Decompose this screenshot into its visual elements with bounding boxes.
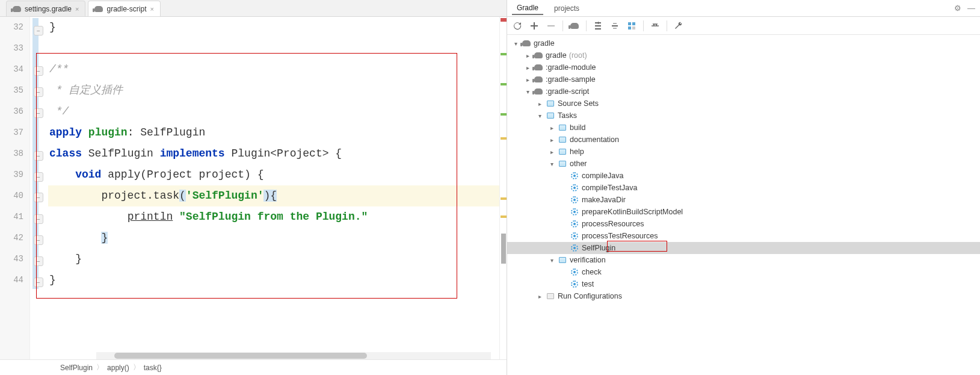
line-number: 42 (0, 228, 23, 249)
close-icon[interactable]: × (150, 5, 154, 13)
svg-rect-4 (632, 26, 635, 29)
tab-gradle[interactable]: Gradle (512, 2, 543, 15)
gradle-tree[interactable]: ▾gradle▸gradle (root)▸:gradle-module▸:gr… (507, 35, 980, 375)
tree-node[interactable]: ▸gradle (root) (507, 49, 980, 61)
tree-node[interactable]: ▸check (507, 266, 980, 278)
tree-node-label: compileTestJava (582, 184, 637, 192)
chevron-right-icon[interactable]: ▸ (524, 52, 531, 59)
line-number: 34 (0, 59, 23, 80)
tree-node-label: processResources (582, 220, 644, 228)
add-icon[interactable] (529, 20, 540, 31)
folder-icon (558, 257, 567, 263)
tree-node[interactable]: ▸:gradle-sample (507, 73, 980, 85)
tasks-icon[interactable] (626, 20, 637, 31)
refresh-icon[interactable] (512, 20, 523, 31)
editor-tab-1[interactable]: gradle-script× (88, 1, 160, 16)
folder-icon (546, 293, 555, 299)
tree-node[interactable]: ▾other (507, 158, 980, 170)
remove-icon[interactable] (546, 20, 556, 31)
horizontal-scrollbar-thumb[interactable] (114, 353, 367, 359)
editor-marker-strip[interactable] (499, 17, 507, 359)
chevron-right-icon[interactable]: ▸ (524, 76, 531, 83)
chevron-right-icon[interactable]: ▸ (548, 125, 555, 131)
breadcrumb-item[interactable]: apply() (107, 364, 129, 372)
tree-node[interactable]: ▸help (507, 146, 980, 158)
annotation-box (36, 53, 457, 299)
tree-node-label: Source Sets (558, 99, 599, 108)
tree-node[interactable]: ▸documentation (507, 134, 980, 146)
settings-icon[interactable]: ⚙ (954, 4, 961, 13)
tree-node-label: gradle (534, 39, 555, 48)
gear-icon (570, 220, 579, 228)
wrench-icon[interactable] (673, 20, 684, 31)
collapse-all-icon[interactable] (609, 20, 620, 31)
tree-node-label: help (570, 147, 584, 156)
minimize-icon[interactable]: — (967, 4, 975, 13)
tab-projects[interactable]: projects (549, 2, 584, 15)
folder-icon (546, 113, 555, 119)
tree-node[interactable]: ▸Source Sets (507, 98, 980, 110)
breadcrumb-item[interactable]: SelfPlugin (60, 364, 93, 372)
tree-node[interactable]: ▾Tasks (507, 110, 980, 122)
chevron-right-icon[interactable]: ▸ (548, 137, 555, 143)
elephant-icon (522, 40, 531, 46)
chevron-icon: 〉 (133, 362, 140, 373)
tree-node[interactable]: ▸prepareKotlinBuildScriptModel (507, 206, 980, 218)
tree-node-label: prepareKotlinBuildScriptModel (582, 208, 683, 216)
line-number: 33 (0, 38, 23, 59)
tree-node[interactable]: ▸:gradle-module (507, 61, 980, 73)
elephant-icon (13, 6, 21, 12)
tree-node[interactable]: ▾:gradle-script (507, 85, 980, 98)
gear-icon (570, 184, 579, 191)
line-number: 32 (0, 17, 23, 38)
editor-tab-0[interactable]: settings.gradle× (6, 1, 85, 16)
svg-rect-3 (628, 26, 631, 29)
svg-rect-2 (632, 22, 635, 25)
chevron-down-icon[interactable]: ▾ (512, 40, 519, 47)
tree-node[interactable]: ▸compileJava (507, 170, 980, 182)
chevron-down-icon[interactable]: ▾ (524, 88, 531, 95)
folder-icon (558, 125, 567, 131)
expand-all-icon[interactable] (593, 20, 603, 31)
tree-node[interactable]: ▸processTestResources (507, 230, 980, 242)
gear-icon (570, 208, 579, 215)
line-number: 40 (0, 185, 23, 206)
tree-node[interactable]: ▸compileTestJava (507, 182, 980, 194)
tree-node-label: :gradle-sample (546, 75, 596, 84)
tree-node[interactable]: ▸SelfPlugin (507, 242, 980, 254)
offline-icon[interactable] (650, 20, 661, 31)
tree-node-label: Run Configurations (558, 292, 622, 300)
line-number: 41 (0, 206, 23, 228)
gradle-icon[interactable] (569, 20, 580, 31)
close-icon[interactable]: × (75, 5, 79, 13)
tree-node-label: processTestResources (582, 232, 658, 240)
tree-node[interactable]: ▾verification (507, 254, 980, 266)
tree-node-label: verification (570, 256, 606, 264)
tree-node[interactable]: ▸processResources (507, 218, 980, 230)
tree-node[interactable]: ▸Run Configurations (507, 290, 980, 302)
chevron-down-icon[interactable]: ▾ (536, 113, 543, 119)
tree-node[interactable]: ▸test (507, 278, 980, 290)
chevron-right-icon[interactable]: ▸ (536, 101, 543, 107)
chevron-right-icon[interactable]: ▸ (524, 64, 531, 71)
gear-icon (570, 268, 579, 276)
tree-node[interactable]: ▾gradle (507, 37, 980, 49)
tree-node[interactable]: ▸build (507, 122, 980, 134)
chevron-down-icon[interactable]: ▾ (548, 161, 555, 167)
editor-body: 32333435363738394041424344 −−−−−−−−−−− }… (0, 17, 507, 359)
breadcrumbs[interactable]: SelfPlugin〉apply()〉task{} (0, 359, 507, 375)
chevron-right-icon[interactable]: ▸ (536, 293, 543, 300)
editor-tab-label: settings.gradle (25, 5, 72, 13)
tree-node-label: other (570, 160, 587, 168)
chevron-down-icon[interactable]: ▾ (548, 257, 555, 264)
chevron-icon: 〉 (96, 362, 103, 373)
tree-node-label: check (582, 268, 602, 276)
code-line[interactable]: } (48, 17, 499, 38)
horizontal-scrollbar-track[interactable] (96, 352, 491, 359)
chevron-right-icon[interactable]: ▸ (548, 149, 555, 155)
fold-handle[interactable]: − (34, 26, 43, 36)
tree-node[interactable]: ▸makeJavaDir (507, 194, 980, 206)
code-area[interactable]: }/** * 自定义插件 */apply plugin: SelfPluginc… (48, 17, 499, 359)
breadcrumb-item[interactable]: task{} (144, 364, 162, 372)
editor-tabs: settings.gradle×gradle-script× (0, 0, 507, 17)
